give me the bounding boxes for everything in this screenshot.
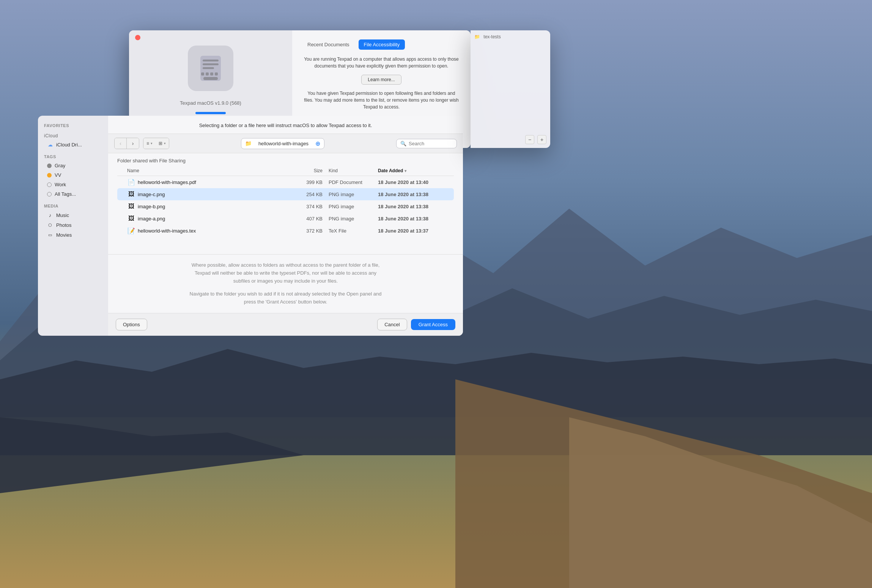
sidebar-icloud-label: iCloud	[44, 133, 102, 138]
location-text: helloworld-with-images	[258, 141, 309, 146]
tab-recent-documents[interactable]: Recent Documents	[303, 39, 354, 50]
nav-back-button[interactable]: ‹	[115, 138, 127, 149]
folder-icon: 📁	[245, 140, 252, 146]
tag-gray-dot	[47, 164, 52, 168]
svg-rect-6	[201, 72, 204, 75]
file-name: image-a.png	[138, 216, 165, 222]
search-field[interactable]: 🔍	[396, 139, 457, 148]
list-view-button[interactable]: ≡ ▾	[143, 138, 156, 149]
file-size-cell: 399 KB	[294, 179, 329, 185]
options-button[interactable]: Options	[116, 319, 147, 330]
tag-all-dot	[47, 192, 52, 197]
file-date-cell: 18 June 2020 at 13:38	[378, 216, 454, 222]
file-name: helloworld-with-images.pdf	[138, 179, 196, 185]
search-icon: 🔍	[400, 141, 406, 146]
sidebar-tag-gray[interactable]: Gray	[44, 161, 102, 170]
sidebar-item-photos[interactable]: ⬡ Photos	[44, 220, 102, 230]
file-name-cell: 📄 helloworld-with-images.pdf	[117, 178, 294, 186]
file-name-cell: 🖼 image-b.png	[117, 202, 294, 211]
file-row[interactable]: 🖼 image-c.png 254 KB PNG image 18 June 2…	[117, 188, 454, 200]
column-date-label: Date Added	[378, 168, 403, 173]
info-line3: subfiles or images you may include in yo…	[131, 277, 440, 285]
tag-vv-dot	[47, 173, 52, 178]
file-list-area: Name Size Kind Date Added ▾ 📄 helloworld…	[108, 166, 463, 254]
sidebar-music-label: Music	[56, 212, 69, 218]
sidebar-item-music[interactable]: ♪ Music	[44, 211, 102, 220]
grid-view-icon: ⊞	[159, 141, 162, 146]
window-close-button[interactable]	[135, 35, 140, 40]
file-picker-sidebar: Favorites iCloud ☁ iCloud Dri... Tags Gr…	[38, 116, 108, 336]
texpad-tabs: Recent Documents File Accessibility	[303, 39, 460, 50]
remove-button[interactable]: −	[525, 135, 534, 144]
sidebar-tag-work[interactable]: Work	[44, 180, 102, 189]
sidebar-tag-vv[interactable]: VV	[44, 171, 102, 179]
texpad-description2: You have given Texpad permission to open…	[303, 90, 460, 110]
navigation-buttons: ‹ ›	[114, 138, 139, 149]
info-line4: Navigate to the folder you wish to add i…	[131, 290, 440, 298]
file-row[interactable]: 🖼 image-b.png 374 KB PNG image 18 June 2…	[117, 200, 454, 212]
texpad-description1: You are running Texpad on a computer tha…	[303, 56, 460, 69]
movies-icon: ▭	[47, 232, 53, 238]
texpad-version-label: Texpad macOS v1.9.0 (568)	[180, 100, 241, 106]
file-kind-cell: PNG image	[329, 192, 378, 197]
file-kind-cell: PNG image	[329, 216, 378, 222]
folder-icon-small: 📁	[474, 34, 480, 39]
file-list-header: Name Size Kind Date Added ▾	[117, 166, 454, 176]
sidebar-item-icloud[interactable]: ☁ iCloud Dri...	[44, 140, 102, 149]
info-line2: Texpad will neither be able to write the…	[131, 269, 440, 277]
folder-shared-label: Folder shared with File Sharing	[108, 153, 463, 166]
file-picker-main: Selecting a folder or a file here will i…	[108, 116, 463, 336]
file-date-cell: 18 June 2020 at 13:38	[378, 204, 454, 209]
file-type-icon: 🖼	[127, 202, 135, 211]
footer-right-buttons: Cancel Grant Access	[377, 319, 455, 330]
file-name-cell: 🖼 image-a.png	[117, 214, 294, 223]
svg-rect-9	[215, 72, 218, 75]
file-name: image-c.png	[138, 192, 165, 197]
file-kind-cell: PNG image	[329, 204, 378, 209]
grant-access-button[interactable]: Grant Access	[411, 319, 455, 330]
sidebar-favorites-label: Favorites	[44, 123, 102, 128]
grid-view-chevron: ▾	[164, 141, 166, 145]
cancel-button[interactable]: Cancel	[377, 319, 407, 330]
info-line1: Where possible, allow access to folders …	[131, 261, 440, 269]
add-button[interactable]: +	[537, 135, 546, 144]
file-name-cell: 🖼 image-c.png	[117, 190, 294, 198]
file-type-icon: 📝	[127, 226, 135, 235]
nav-forward-button[interactable]: ›	[127, 138, 139, 149]
sidebar-item-movies[interactable]: ▭ Movies	[44, 230, 102, 239]
column-name-header: Name	[117, 168, 294, 173]
file-type-icon: 🖼	[127, 214, 135, 223]
learn-more-button[interactable]: Learn more...	[361, 75, 401, 85]
sidebar-icloud-label-text: iCloud Dri...	[56, 142, 82, 148]
location-pill[interactable]: 📁 helloworld-with-images ⊕	[241, 138, 324, 149]
file-size-cell: 374 KB	[294, 204, 329, 209]
file-size-cell: 372 KB	[294, 228, 329, 234]
sidebar-tag-all[interactable]: All Tags...	[44, 190, 102, 198]
tag-vv-label: VV	[55, 172, 61, 178]
music-icon: ♪	[47, 212, 53, 218]
tex-tests-label: tex-tests	[483, 34, 501, 39]
picker-header-message: Selecting a folder or a file here will i…	[108, 116, 463, 134]
svg-rect-7	[206, 72, 209, 75]
file-row[interactable]: 🖼 image-a.png 407 KB PNG image 18 June 2…	[117, 212, 454, 225]
texpad-window-right-partial: − + 📁 tex-tests	[471, 30, 550, 148]
file-row[interactable]: 📝 helloworld-with-images.tex 372 KB TeX …	[117, 225, 454, 237]
window-controls: − +	[525, 135, 546, 144]
svg-rect-4	[203, 63, 219, 65]
grid-view-button[interactable]: ⊞ ▾	[156, 138, 169, 149]
search-input[interactable]	[409, 141, 453, 146]
svg-rect-3	[203, 60, 219, 61]
file-size-cell: 407 KB	[294, 216, 329, 222]
texpad-icon-svg	[194, 51, 228, 85]
file-kind-cell: PDF Document	[329, 179, 378, 185]
file-size-cell: 254 KB	[294, 192, 329, 197]
file-kind-cell: TeX File	[329, 228, 378, 234]
svg-rect-10	[203, 77, 218, 80]
tag-gray-label: Gray	[55, 163, 65, 168]
sidebar-media-label: Media	[44, 204, 102, 208]
file-rows-container: 📄 helloworld-with-images.pdf 399 KB PDF …	[117, 176, 454, 237]
tab-file-accessibility[interactable]: File Accessibility	[359, 39, 405, 50]
info-line5: press the 'Grant Access' button below.	[131, 298, 440, 306]
file-type-icon: 🖼	[127, 190, 135, 198]
file-row[interactable]: 📄 helloworld-with-images.pdf 399 KB PDF …	[117, 176, 454, 188]
